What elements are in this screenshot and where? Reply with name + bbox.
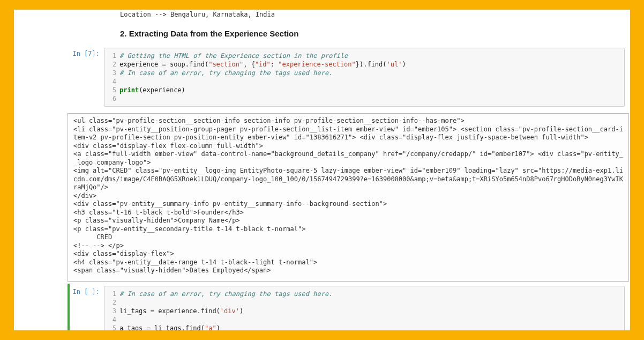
markdown-heading: 2. Extracting Data from the Experience S… <box>14 21 630 46</box>
prior-output-line: Location --> Bengaluru, Karnataka, India <box>14 10 630 21</box>
code-input-area[interactable]: 1 2 3 4 5 6 # Getting the HTML of the Ex… <box>104 48 625 107</box>
cell-output-html[interactable]: <ul class="pv-profile-section__section-i… <box>68 113 629 282</box>
input-prompt: In [ ]: <box>14 286 104 330</box>
code-input-area[interactable]: 1 2 3 4 5 6 7 # In case of an error, try… <box>104 286 625 330</box>
code-cell-next[interactable]: In [ ]: 1 2 3 4 5 6 7 # In case of an er… <box>14 284 630 330</box>
code-lines[interactable]: # In case of an error, try changing the … <box>119 290 620 330</box>
notebook-page: Location --> Bengaluru, Karnataka, India… <box>14 10 630 330</box>
code-cell-7[interactable]: In [7]: 1 2 3 4 5 6 # Getting the HTML o… <box>14 46 630 109</box>
line-gutter: 1 2 3 4 5 6 7 <box>107 290 119 330</box>
line-gutter: 1 2 3 4 5 6 <box>107 51 119 103</box>
input-prompt: In [7]: <box>14 48 104 107</box>
code-lines[interactable]: # Getting the HTML of the Experience sec… <box>119 51 620 103</box>
